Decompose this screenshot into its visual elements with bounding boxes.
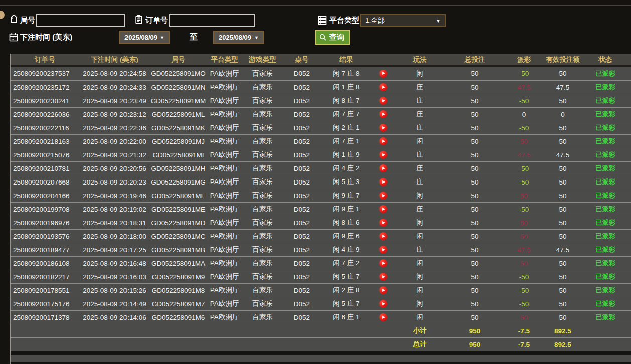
round-id-cell: GD052258091MC [150,233,207,240]
game-type-cell: 百家乐 [242,83,282,92]
play-icon[interactable] [379,219,387,227]
game-type-cell: 百家乐 [242,232,282,241]
play-icon[interactable] [379,259,387,267]
replay-cell [371,273,395,281]
play-icon[interactable] [379,246,387,254]
order-id-cell: 250809200193576 [11,233,79,240]
valid-bet-cell: 50 [543,165,583,172]
col-header-status: 状态 [583,55,628,64]
play-icon[interactable] [379,151,387,159]
table-no-cell: D052 [282,287,321,294]
order-id-cell: 250809200235172 [11,84,79,91]
total-bet-cell: 50 [445,287,505,294]
payout-cell: 47.5 [505,151,543,159]
table-no-cell: D052 [282,70,321,77]
chevron-down-icon: ▼ [436,18,441,24]
subtotal-row: 小计 950 -7.5 892.5 [11,324,631,337]
platform-cell: PA欧洲厅 [207,96,242,105]
platform-cell: PA欧洲厅 [207,286,242,295]
play-icon[interactable] [379,124,387,132]
play-icon[interactable] [379,286,387,294]
play-icon[interactable] [379,300,387,308]
round-id-cell: GD052258091M8 [150,287,207,294]
bet-time-cell: 2025-08-09 20:14:49 [79,300,150,308]
play-icon[interactable] [379,178,387,186]
bet-time-cell: 2025-08-09 20:14:06 [79,314,150,321]
total-bet-cell: 50 [445,219,505,227]
bet-time-cell: 2025-08-09 20:24:58 [79,70,150,77]
replay-cell [371,286,395,294]
total-bet-cell: 50 [445,111,505,118]
table-row: 250809200235172 2025-08-09 20:24:33 GD05… [11,80,631,94]
bet-type-cell: 庄 [395,123,445,132]
game-type-cell: 百家乐 [242,218,282,227]
col-header-total-bet: 总投注 [445,55,505,64]
date-to-select[interactable]: 2025/08/09 ▼ [213,31,264,44]
payout-cell: 47.5 [505,246,543,254]
bet-type-cell: 闲 [395,259,445,268]
table-row: 250809200207668 2025-08-09 20:20:23 GD05… [11,175,631,189]
total-bet-cell: 50 [445,206,505,213]
play-icon[interactable] [379,97,387,105]
col-header-round-id: 局号 [150,55,207,64]
order-id-cell: 250809200218163 [11,138,79,145]
payout-cell: 50 [505,192,543,200]
game-type-cell: 百家乐 [242,177,282,187]
replay-cell [371,232,395,240]
play-icon[interactable] [379,313,387,321]
payout-cell: 50 [505,138,543,145]
table-row: 250809200210781 2025-08-09 20:20:56 GD05… [11,161,631,175]
bet-type-cell: 闲 [395,137,445,146]
play-icon[interactable] [379,205,387,213]
total-bet-cell: 50 [445,192,505,200]
result-cell: 闲 1 庄 9 [321,150,371,159]
platform-cell: PA欧洲厅 [207,110,242,119]
status-badge: 已派彩 [583,313,628,322]
play-icon[interactable] [379,232,387,240]
result-cell: 闲 6 庄 1 [321,313,371,322]
play-icon[interactable] [379,83,387,91]
total-bet-cell: 50 [445,178,505,186]
play-icon[interactable] [379,273,387,281]
status-badge: 已派彩 [583,205,628,214]
table-row: 250809200178551 2025-08-09 20:15:26 GD05… [11,283,631,297]
replay-cell [371,178,395,186]
round-id-cell: GD052258091M7 [150,300,207,308]
bet-time-label: 下注时间 (美东) [20,33,72,42]
game-type-cell: 百家乐 [242,191,282,200]
table-no-cell: D052 [282,273,321,281]
platform-cell: PA欧洲厅 [207,191,242,200]
table-no-cell: D052 [282,111,321,118]
valid-bet-cell: 47.5 [543,246,583,254]
play-icon[interactable] [379,164,387,172]
status-badge: 已派彩 [583,177,628,187]
order-input[interactable] [169,14,255,27]
total-bet-cell: 50 [445,300,505,308]
replay-cell [371,151,395,159]
game-type-cell: 百家乐 [242,205,282,214]
game-type-cell: 百家乐 [242,137,282,146]
bet-type-cell: 庄 [395,96,445,105]
valid-bet-cell: 50 [543,206,583,213]
result-cell: 闲 9 庄 6 [321,232,371,241]
play-icon[interactable] [379,70,387,78]
platform-cell: PA欧洲厅 [207,83,242,92]
order-id-cell: 250809200175176 [11,300,79,308]
payout-cell: -50 [505,273,543,281]
table-no-cell: D052 [282,124,321,132]
round-input[interactable] [36,14,125,27]
table-no-cell: D052 [282,233,321,240]
result-cell: 闲 8 庄 6 [321,218,371,227]
bet-type-cell: 闲 [395,286,445,295]
play-icon[interactable] [379,137,387,145]
table-row: 250809200215076 2025-08-09 20:21:32 GD05… [11,148,631,161]
date-from-select[interactable]: 2025/08/09 ▼ [119,31,170,44]
query-button[interactable]: 查询 [315,30,350,45]
platform-select[interactable]: 1.全部 ▼ [360,14,446,27]
play-icon[interactable] [379,192,387,200]
platform-cell: PA欧洲厅 [207,272,242,281]
total-bet-cell: 50 [445,151,505,159]
play-icon[interactable] [379,110,387,118]
result-cell: 闲 4 庄 9 [321,245,371,254]
col-header-platform: 平台类型 [207,55,242,64]
